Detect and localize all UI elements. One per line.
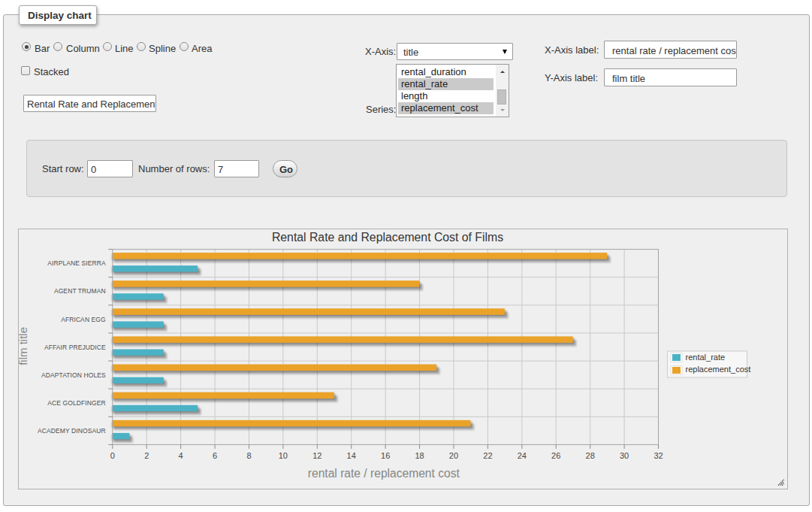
svg-text:22: 22 xyxy=(483,451,492,460)
svg-text:24: 24 xyxy=(518,451,527,460)
svg-text:replacement_cost: replacement_cost xyxy=(686,365,751,374)
svg-text:AGENT TRUMAN: AGENT TRUMAN xyxy=(54,287,106,295)
svg-text:18: 18 xyxy=(415,451,424,460)
svg-text:2: 2 xyxy=(144,451,149,460)
svg-text:ACE GOLDFINGER: ACE GOLDFINGER xyxy=(47,399,105,407)
svg-text:26: 26 xyxy=(551,451,560,460)
svg-text:8: 8 xyxy=(246,451,251,460)
svg-text:16: 16 xyxy=(381,451,390,460)
svg-text:Rental Rate and Replacement Co: Rental Rate and Replacement Cost of Film… xyxy=(272,231,503,244)
svg-text:AFFAIR PREJUDICE: AFFAIR PREJUDICE xyxy=(44,344,106,351)
svg-text:28: 28 xyxy=(586,451,595,460)
svg-text:rental_rate: rental_rate xyxy=(686,353,726,362)
svg-text:AIRPLANE SIERRA: AIRPLANE SIERRA xyxy=(47,259,106,267)
svg-text:0: 0 xyxy=(110,451,115,460)
svg-text:14: 14 xyxy=(347,451,356,460)
svg-text:ACADEMY DINOSAUR: ACADEMY DINOSAUR xyxy=(38,427,106,435)
svg-text:film title: film title xyxy=(19,327,29,365)
svg-text:20: 20 xyxy=(449,451,458,460)
svg-text:12: 12 xyxy=(312,451,321,460)
svg-text:6: 6 xyxy=(213,451,217,460)
svg-text:ADAPTATION HOLES: ADAPTATION HOLES xyxy=(41,371,106,379)
svg-text:32: 32 xyxy=(654,451,663,460)
svg-text:AFRICAN EGG: AFRICAN EGG xyxy=(61,316,106,323)
svg-text:4: 4 xyxy=(179,451,183,460)
svg-text:rental rate / replacement cost: rental rate / replacement cost xyxy=(308,467,460,480)
svg-text:30: 30 xyxy=(620,451,629,460)
svg-text:10: 10 xyxy=(279,451,288,460)
